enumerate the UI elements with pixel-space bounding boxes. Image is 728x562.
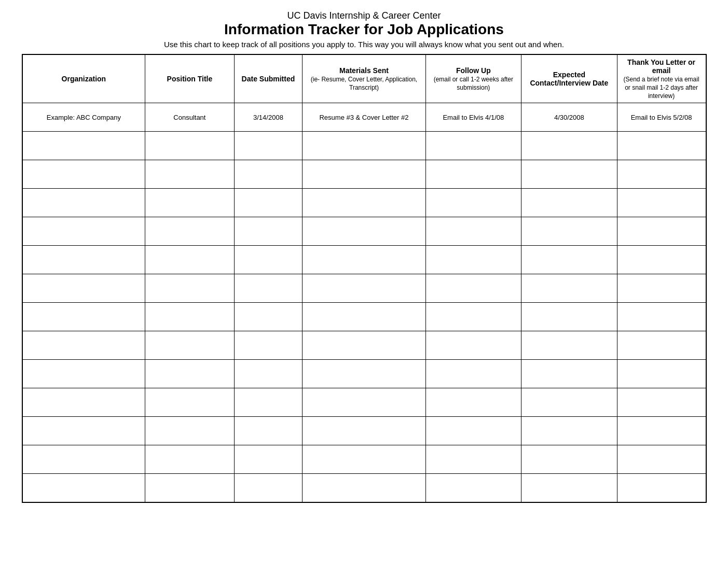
table-row: [22, 132, 706, 160]
example-expected: 4/30/2008: [521, 103, 617, 132]
table-row: [22, 474, 706, 502]
header-section: UC Davis Internship & Career Center Info…: [22, 10, 707, 49]
col-header-position: Position Title: [145, 54, 234, 103]
table-row: [22, 360, 706, 388]
header-row: Organization Position Title Date Submitt…: [22, 54, 706, 103]
page-container: UC Davis Internship & Career Center Info…: [22, 10, 707, 503]
col-header-date: Date Submitted: [234, 54, 303, 103]
table-row: [22, 160, 706, 189]
col-header-followup-sub: (email or call 1-2 weeks after submissio…: [434, 76, 513, 91]
col-header-expected: Expected Contact/Interview Date: [521, 54, 617, 103]
example-materials: Resume #3 & Cover Letter #2: [303, 103, 425, 132]
subtitle: Use this chart to keep track of all posi…: [22, 40, 707, 49]
table-row: [22, 388, 706, 417]
example-position: Consultant: [145, 103, 234, 132]
table-row: [22, 331, 706, 360]
example-followup: Email to Elvis 4/1/08: [425, 103, 521, 132]
table-row: [22, 246, 706, 274]
table-row: [22, 303, 706, 331]
example-row: Example: ABC Company Consultant 3/14/200…: [22, 103, 706, 132]
col-header-materials: Materials Sent (ie- Resume, Cover Letter…: [303, 54, 425, 103]
example-date: 3/14/2008: [234, 103, 303, 132]
example-organization: Example: ABC Company: [22, 103, 145, 132]
col-header-materials-sub: (ie- Resume, Cover Letter, Application, …: [311, 76, 417, 91]
tracker-table: Organization Position Title Date Submitt…: [22, 54, 707, 503]
institution-title: UC Davis Internship & Career Center: [22, 10, 707, 21]
table-row: [22, 417, 706, 445]
table-row: [22, 217, 706, 246]
main-title: Information Tracker for Job Applications: [22, 21, 707, 38]
col-header-organization: Organization: [22, 54, 145, 103]
table-row: [22, 445, 706, 474]
col-header-thankyou: Thank You Letter or email (Send a brief …: [617, 54, 706, 103]
table-row: [22, 189, 706, 217]
col-header-thankyou-sub: (Send a brief note via email or snail ma…: [624, 76, 699, 100]
table-row: [22, 274, 706, 303]
example-thankyou: Email to Elvis 5/2/08: [617, 103, 706, 132]
col-header-followup: Follow Up (email or call 1-2 weeks after…: [425, 54, 521, 103]
